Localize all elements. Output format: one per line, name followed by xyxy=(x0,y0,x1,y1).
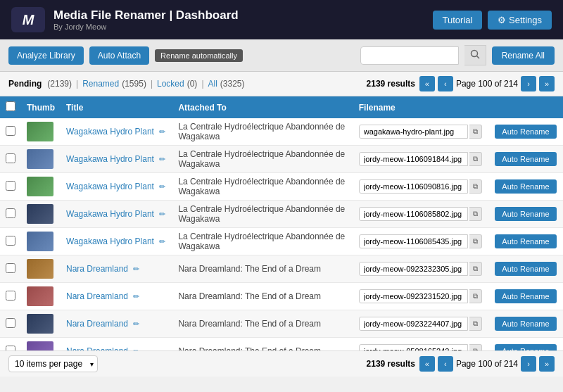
row-title-cell: Wagakawa Hydro Plant ✏ xyxy=(61,173,172,201)
title-link[interactable]: Wagakawa Hydro Plant xyxy=(66,182,154,191)
edit-icon[interactable]: ✏ xyxy=(159,127,165,136)
analyze-library-button[interactable]: Analyze Library xyxy=(8,46,84,65)
title-link[interactable]: Nara Dreamland xyxy=(66,264,128,274)
locked-count: (0) xyxy=(187,79,198,89)
footer-last-page-button[interactable]: » xyxy=(539,356,555,372)
next-page-button[interactable]: › xyxy=(521,76,536,91)
footer-first-page-button[interactable]: « xyxy=(419,356,435,372)
filename-copy-button[interactable]: ⧉ xyxy=(469,207,482,221)
filename-input-wrap: ⧉ xyxy=(359,234,484,248)
prev-page-button[interactable]: ‹ xyxy=(438,76,453,91)
row-checkbox-cell xyxy=(0,255,21,283)
renamed-tab[interactable]: Renamed xyxy=(82,79,119,89)
row-attached-cell: La Centrale Hydroélectrique Abandonnée d… xyxy=(172,201,353,228)
footer-next-page-button[interactable]: › xyxy=(521,356,536,372)
filename-input[interactable] xyxy=(359,344,468,350)
auto-rename-button[interactable]: Auto Rename xyxy=(495,262,556,276)
row-checkbox[interactable] xyxy=(6,291,15,301)
filename-input[interactable] xyxy=(359,152,468,166)
filename-copy-button[interactable]: ⧉ xyxy=(469,179,482,194)
row-filename-cell: ⧉ xyxy=(353,228,490,255)
table-row: Wagakawa Hydro Plant ✏ La Centrale Hydro… xyxy=(0,146,563,173)
auto-rename-button[interactable]: Auto Rename xyxy=(495,207,556,221)
search-icon-button[interactable] xyxy=(464,45,486,65)
filename-copy-button[interactable]: ⧉ xyxy=(469,317,482,331)
filename-copy-button[interactable]: ⧉ xyxy=(469,289,482,303)
auto-rename-button[interactable]: Auto Rename xyxy=(495,344,556,350)
row-checkbox[interactable] xyxy=(6,263,15,273)
filename-input[interactable] xyxy=(359,179,468,194)
row-filename-cell: ⧉ xyxy=(353,146,490,173)
edit-icon[interactable]: ✏ xyxy=(159,155,165,163)
filename-input-wrap: ⧉ xyxy=(359,262,484,276)
auto-attach-button[interactable]: Auto Attach xyxy=(89,46,149,65)
footer-prev-page-button[interactable]: ‹ xyxy=(438,356,453,372)
edit-icon[interactable]: ✏ xyxy=(133,292,139,301)
auto-rename-button[interactable]: Auto Rename xyxy=(495,289,556,303)
rename-all-button[interactable]: Rename All xyxy=(492,46,555,65)
edit-icon[interactable]: ✏ xyxy=(159,237,165,246)
row-title-cell: Wagakawa Hydro Plant ✏ xyxy=(61,228,172,255)
title-link[interactable]: Wagakawa Hydro Plant xyxy=(66,154,154,164)
filename-input[interactable] xyxy=(359,262,468,276)
row-checkbox[interactable] xyxy=(6,318,15,328)
table-row: Nara Dreamland ✏ Nara Dreamland: The End… xyxy=(0,255,563,283)
edit-icon[interactable]: ✏ xyxy=(133,320,139,328)
row-checkbox-cell xyxy=(0,146,21,173)
row-checkbox[interactable] xyxy=(6,208,15,218)
row-checkbox[interactable] xyxy=(6,126,15,136)
filename-copy-button[interactable]: ⧉ xyxy=(469,234,482,248)
tutorial-button[interactable]: Tutorial xyxy=(433,11,483,30)
all-tab[interactable]: All xyxy=(208,79,217,89)
locked-tab[interactable]: Locked xyxy=(157,79,184,89)
title-link[interactable]: Nara Dreamland xyxy=(66,346,128,350)
select-all-checkbox[interactable] xyxy=(6,101,15,111)
logo: M xyxy=(11,7,45,32)
title-link[interactable]: Wagakawa Hydro Plant xyxy=(66,209,154,219)
filename-input-wrap: ⧉ xyxy=(359,179,484,194)
auto-rename-button[interactable]: Auto Rename xyxy=(495,234,556,248)
row-checkbox-cell xyxy=(0,228,21,255)
auto-rename-button[interactable]: Auto Rename xyxy=(495,317,556,331)
filename-input[interactable] xyxy=(359,289,468,303)
row-attached-cell: La Centrale Hydroélectrique Abandonnée d… xyxy=(172,173,353,201)
title-link[interactable]: Wagakawa Hydro Plant xyxy=(66,236,154,246)
settings-button[interactable]: ⚙ Settings xyxy=(488,11,552,30)
filename-copy-button[interactable]: ⧉ xyxy=(469,262,482,276)
footer-page-info: Page 100 of 214 xyxy=(456,359,518,369)
row-checkbox[interactable] xyxy=(6,153,15,163)
filename-copy-button[interactable]: ⧉ xyxy=(469,152,482,166)
auto-rename-button[interactable]: Auto Rename xyxy=(495,179,556,194)
row-checkbox[interactable] xyxy=(6,346,15,351)
title-link[interactable]: Nara Dreamland xyxy=(66,319,128,329)
table-row: Nara Dreamland ✏ Nara Dreamland: The End… xyxy=(0,283,563,310)
row-checkbox[interactable] xyxy=(6,181,15,191)
filename-copy-button[interactable]: ⧉ xyxy=(469,344,482,350)
edit-icon[interactable]: ✏ xyxy=(159,210,165,218)
last-page-button[interactable]: » xyxy=(539,76,555,91)
filename-input[interactable] xyxy=(359,317,468,331)
row-checkbox-cell xyxy=(0,201,21,228)
row-attached-cell: Nara Dreamland: The End of a Dream xyxy=(172,338,353,351)
filename-input[interactable] xyxy=(359,125,468,139)
items-per-page-select[interactable]: 10 items per page 20 items per page 50 i… xyxy=(8,355,98,372)
first-page-button[interactable]: « xyxy=(419,76,435,91)
edit-icon[interactable]: ✏ xyxy=(159,182,165,191)
row-attached-cell: La Centrale Hydroélectrique Abandonnée d… xyxy=(172,146,353,173)
filename-input[interactable] xyxy=(359,207,468,221)
row-checkbox[interactable] xyxy=(6,236,15,246)
title-link[interactable]: Wagakawa Hydro Plant xyxy=(66,127,154,137)
search-input[interactable] xyxy=(360,46,459,65)
auto-rename-button[interactable]: Auto Rename xyxy=(495,152,556,166)
filename-copy-button[interactable]: ⧉ xyxy=(469,125,482,139)
edit-icon[interactable]: ✏ xyxy=(133,265,139,273)
row-thumb-cell xyxy=(21,118,61,146)
auto-rename-button[interactable]: Auto Rename xyxy=(495,125,556,139)
items-per-page-wrap: 10 items per page 20 items per page 50 i… xyxy=(8,355,98,372)
filename-input[interactable] xyxy=(359,234,468,248)
title-link[interactable]: Nara Dreamland xyxy=(66,291,128,301)
filename-input-wrap: ⧉ xyxy=(359,152,484,166)
row-action-cell: Auto Rename xyxy=(489,338,563,351)
header-checkbox-col xyxy=(0,96,21,118)
edit-icon[interactable]: ✏ xyxy=(133,347,139,350)
